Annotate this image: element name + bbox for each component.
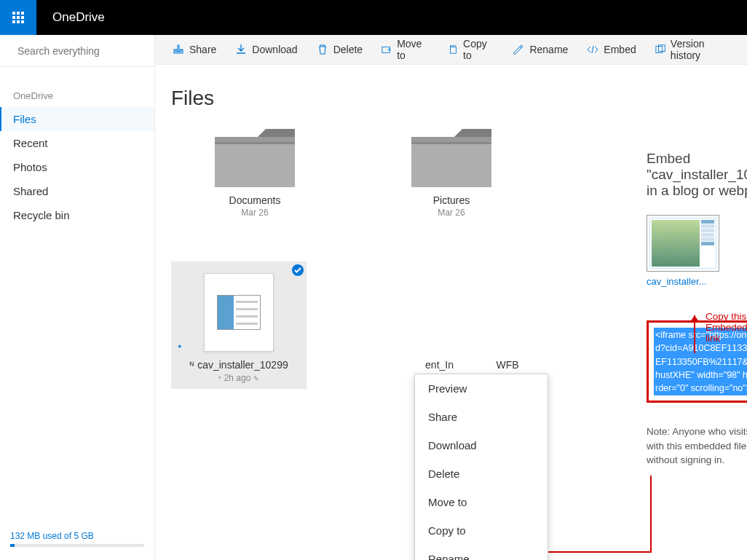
toolbar: Share Download Delete Move to Copy to Re… bbox=[155, 35, 747, 65]
app-launcher-button[interactable] bbox=[0, 0, 36, 35]
embed-panel: Embed "cav_installer_10299_ba (1) (1)" i… bbox=[647, 151, 747, 467]
page-title: Files bbox=[171, 87, 731, 110]
new-indicator-icon: ✦ bbox=[177, 343, 183, 350]
toolbar-moveto[interactable]: Move to bbox=[382, 38, 429, 61]
rename-icon bbox=[513, 44, 524, 55]
embed-preview bbox=[647, 215, 719, 272]
embed-icon bbox=[587, 44, 598, 55]
nav-item-recyclebin[interactable]: Recycle bin bbox=[0, 203, 154, 227]
file-thumbnail bbox=[204, 273, 274, 352]
search-row[interactable] bbox=[0, 35, 154, 67]
ctx-delete[interactable]: Delete bbox=[415, 460, 548, 488]
toolbar-rename[interactable]: Rename bbox=[513, 44, 568, 55]
ctx-copyto[interactable]: Copy to bbox=[415, 516, 548, 545]
svg-rect-3 bbox=[450, 47, 456, 54]
main: Share Download Delete Move to Copy to Re… bbox=[155, 35, 747, 560]
check-icon[interactable] bbox=[292, 264, 304, 276]
toolbar-delete[interactable]: Delete bbox=[317, 44, 363, 55]
storage-bar bbox=[10, 544, 144, 547]
folder-icon bbox=[215, 129, 295, 187]
file-tile-wfb[interactable]: WFB bbox=[486, 261, 529, 389]
content: Files Documents Mar 26 Pictures Mar 26 bbox=[155, 65, 747, 560]
delete-icon bbox=[317, 44, 328, 55]
ctx-preview[interactable]: Preview bbox=[415, 374, 548, 403]
history-icon bbox=[655, 44, 665, 55]
file-tile-2[interactable]: ent_In 3 AM bbox=[328, 261, 464, 389]
embed-title3: in a blog or webpage. bbox=[647, 183, 747, 199]
toolbar-embed[interactable]: Embed bbox=[587, 44, 636, 55]
ctx-download[interactable]: Download bbox=[415, 431, 548, 460]
ctx-rename[interactable]: Rename bbox=[415, 545, 548, 560]
nav-item-shared[interactable]: Shared bbox=[0, 179, 154, 203]
file-tile-cav-installer[interactable]: ✦ ᴺ cav_installer_10299 ᴿ 2h ago ✎ bbox=[171, 261, 307, 389]
toolbar-copyto[interactable]: Copy to bbox=[448, 38, 494, 61]
annotation-line bbox=[548, 551, 650, 553]
download-icon bbox=[235, 44, 247, 55]
storage-usage: 132 MB used of 5 GB bbox=[0, 522, 154, 560]
embed-title1: Embed bbox=[647, 151, 747, 167]
ctx-moveto[interactable]: Move to bbox=[415, 488, 548, 516]
nav-heading: OneDrive bbox=[0, 90, 154, 107]
copyto-icon bbox=[448, 44, 458, 55]
annotation-line bbox=[650, 476, 652, 553]
ctx-share[interactable]: Share bbox=[415, 403, 548, 431]
nav-item-recent[interactable]: Recent bbox=[0, 131, 154, 155]
share-icon bbox=[173, 44, 184, 55]
embed-preview-label[interactable]: cav_installer... bbox=[647, 276, 719, 287]
context-menu: Preview Share Download Delete Move to Co… bbox=[414, 374, 548, 560]
embed-note: Note: Anyone who visits the blog or webp… bbox=[647, 425, 747, 468]
topbar: OneDrive bbox=[0, 0, 747, 35]
toolbar-download[interactable]: Download bbox=[235, 44, 297, 55]
annotation-arrow-icon bbox=[690, 315, 699, 322]
moveto-icon bbox=[382, 44, 392, 55]
folder-tile-pictures[interactable]: Pictures Mar 26 bbox=[397, 129, 506, 218]
nav-item-photos[interactable]: Photos bbox=[0, 155, 154, 179]
toolbar-history[interactable]: Version history bbox=[655, 38, 730, 61]
folder-icon bbox=[411, 129, 491, 187]
storage-text[interactable]: 132 MB used of 5 GB bbox=[10, 531, 144, 541]
annotation-text: Copy this Embeded link bbox=[706, 311, 747, 344]
waffle-icon bbox=[12, 12, 24, 23]
toolbar-share[interactable]: Share bbox=[173, 44, 216, 55]
sidebar: OneDrive Files Recent Photos Shared Recy… bbox=[0, 35, 155, 560]
embed-title2: "cav_installer_10299_ba (1) (1)" bbox=[647, 167, 747, 183]
search-input[interactable] bbox=[17, 45, 145, 57]
nav-item-files[interactable]: Files bbox=[0, 107, 154, 131]
folder-tile-documents[interactable]: Documents Mar 26 bbox=[200, 129, 309, 218]
brand-title: OneDrive bbox=[36, 10, 105, 25]
